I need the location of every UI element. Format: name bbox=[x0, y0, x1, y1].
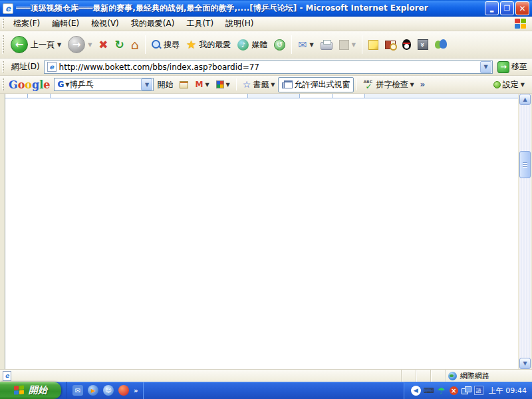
ime-tray-icon[interactable]: 語 bbox=[474, 386, 483, 395]
google-settings-button[interactable]: 設定 ▼ bbox=[490, 78, 528, 92]
address-bar: 網址(D) e http://www.bokett.com/bbs/index.… bbox=[0, 59, 532, 76]
history-button[interactable]: ↺ bbox=[271, 37, 289, 53]
pagerank-dropdown-icon[interactable]: ▼ bbox=[226, 82, 230, 88]
google-logo-letter: o bbox=[18, 78, 25, 91]
popup-windows-icon bbox=[282, 80, 292, 88]
start-button[interactable]: 開始 bbox=[0, 382, 61, 399]
qq-button[interactable] bbox=[399, 37, 414, 52]
google-search-dropdown[interactable]: ▼ bbox=[141, 78, 152, 90]
address-url[interactable]: http://www.bokett.com/bbs/index.asp?boar… bbox=[59, 63, 479, 72]
cell bbox=[365, 94, 518, 98]
popup-blocker-button[interactable]: 允許彈出式視窗 bbox=[278, 77, 354, 92]
device-tray-icon[interactable]: ⌨ bbox=[424, 386, 434, 395]
windows-logo-icon bbox=[515, 19, 527, 29]
mail-button[interactable]: ✉ ▼ bbox=[295, 37, 317, 53]
thread-list bbox=[5, 94, 518, 98]
messenger-quicklaunch-icon[interactable]: ☺ bbox=[103, 385, 114, 396]
menu-item[interactable]: 說明(H) bbox=[219, 16, 259, 31]
spellcheck-button[interactable]: 拼字檢查 ▼ bbox=[360, 78, 417, 92]
gmail-icon: M bbox=[195, 80, 203, 89]
media-player-icon[interactable]: ▶ bbox=[88, 385, 98, 396]
menu-item[interactable]: 檢視(V) bbox=[85, 16, 125, 31]
pagerank-button[interactable]: ▼ bbox=[213, 79, 233, 90]
toolbar-grip[interactable] bbox=[2, 35, 4, 54]
bookmarks-dropdown-icon[interactable]: ▼ bbox=[271, 82, 275, 88]
menu-item[interactable]: 檔案(F) bbox=[7, 16, 46, 31]
googlebar-grip[interactable] bbox=[2, 78, 4, 90]
gmail-button[interactable]: M ▼ bbox=[192, 78, 212, 90]
google-search-box[interactable]: G ▼ 博乒乓 ▼ bbox=[54, 78, 154, 91]
media-label: 媒體 bbox=[251, 39, 267, 51]
forward-button[interactable]: → ▼ bbox=[65, 34, 95, 55]
media-globe-icon: ♪ bbox=[237, 39, 249, 51]
google-logo-letter: G bbox=[9, 78, 18, 91]
go-button[interactable]: → 移至 bbox=[493, 61, 532, 73]
minimize-button[interactable] bbox=[485, 1, 499, 15]
favorites-button[interactable]: ★ 我的最愛 bbox=[183, 36, 234, 53]
more-tools-chevron-icon[interactable]: » bbox=[420, 80, 426, 89]
addressbar-grip[interactable] bbox=[2, 61, 4, 73]
clock[interactable]: 上午 09:44 bbox=[489, 386, 527, 396]
popup-label: 允許彈出式視窗 bbox=[294, 79, 350, 90]
address-dropdown-button[interactable]: ▼ bbox=[480, 61, 491, 73]
vertical-scrollbar[interactable]: ▲ ▼ bbox=[519, 94, 531, 369]
firewall-alert-icon[interactable]: × bbox=[450, 386, 458, 395]
media-button[interactable]: ♪ 媒體 bbox=[234, 37, 271, 53]
outlook-express-icon[interactable]: ✉ bbox=[72, 385, 83, 396]
quick-launch: ✉ ▶ ☺ » bbox=[66, 382, 144, 399]
spellcheck-label: 拼字檢查 bbox=[376, 79, 408, 90]
address-combo[interactable]: e http://www.bokett.com/bbs/index.asp?bo… bbox=[44, 61, 493, 74]
google-go-label: 開始 bbox=[157, 79, 173, 90]
status-pane bbox=[402, 370, 416, 382]
search-button[interactable]: 搜尋 bbox=[148, 37, 183, 53]
notes-button[interactable] bbox=[365, 38, 382, 52]
edit-dropdown-icon: ▼ bbox=[352, 42, 356, 48]
google-query[interactable]: 博乒乓 bbox=[69, 79, 140, 90]
stop-button[interactable]: ✖ bbox=[95, 37, 111, 53]
mail-dropdown-icon[interactable]: ▼ bbox=[310, 42, 314, 48]
restore-button[interactable] bbox=[500, 1, 514, 15]
antivirus-umbrella-icon[interactable]: ☂ bbox=[437, 386, 446, 395]
spellcheck-dropdown-icon[interactable]: ▼ bbox=[410, 82, 414, 88]
browser-content-area: ▲ ▼ bbox=[0, 94, 532, 369]
network-tray-icon[interactable] bbox=[462, 386, 471, 395]
cell bbox=[28, 94, 51, 98]
quicklaunch-more-chevron-icon[interactable]: » bbox=[134, 387, 138, 394]
go-arrow-icon: → bbox=[497, 61, 509, 73]
back-label: 上一頁 bbox=[31, 39, 55, 51]
scroll-down-button[interactable]: ▼ bbox=[519, 358, 531, 369]
google-go-button[interactable]: 開始 bbox=[154, 78, 176, 92]
print-button[interactable] bbox=[317, 37, 336, 52]
book-lookup-icon bbox=[385, 41, 396, 49]
settings-dropdown-icon[interactable]: ▼ bbox=[521, 82, 525, 88]
zone-label: 網際網路 bbox=[460, 371, 489, 381]
status-pane bbox=[431, 370, 446, 382]
ie-app-icon: e bbox=[3, 3, 13, 14]
menu-item[interactable]: 工具(T) bbox=[180, 16, 219, 31]
refresh-button[interactable]: ↻ bbox=[112, 37, 128, 53]
download-manager-button[interactable]: » bbox=[414, 37, 432, 52]
gmail-dropdown-icon[interactable]: ▼ bbox=[205, 82, 209, 88]
firefox-icon[interactable] bbox=[118, 385, 129, 396]
close-button[interactable] bbox=[515, 1, 529, 15]
menu-item[interactable]: 編輯(E) bbox=[46, 16, 85, 31]
scroll-thumb[interactable] bbox=[519, 151, 531, 178]
back-button[interactable]: ← 上一頁 ▼ bbox=[7, 34, 65, 55]
bookmarks-button[interactable]: ☆ 書籤 ▼ bbox=[239, 78, 279, 92]
internet-globe-icon bbox=[448, 372, 457, 380]
home-button[interactable]: ⌂ bbox=[128, 37, 142, 53]
google-logo-letter: e bbox=[43, 78, 50, 91]
menu-item[interactable]: 我的最愛(A) bbox=[125, 16, 181, 31]
dictionary-button[interactable] bbox=[382, 39, 399, 51]
search-icon bbox=[152, 40, 161, 49]
google-logo: Google bbox=[9, 78, 50, 91]
google-news-button[interactable] bbox=[176, 80, 192, 90]
back-dropdown-icon[interactable]: ▼ bbox=[57, 42, 61, 48]
menubar-grip[interactable] bbox=[2, 19, 4, 29]
tray-collapse-icon[interactable]: ◀ bbox=[411, 386, 421, 396]
messenger-button[interactable] bbox=[432, 37, 450, 52]
scroll-up-button[interactable]: ▲ bbox=[519, 94, 531, 105]
spellcheck-abc-icon bbox=[363, 80, 374, 90]
download-arrows-icon: » bbox=[418, 39, 428, 50]
standard-toolbar: ← 上一頁 ▼ → ▼ ✖ ↻ ⌂ 搜尋 ★ 我的最愛 ♪ 媒體 ↺ ✉ ▼ ▼… bbox=[0, 31, 532, 59]
